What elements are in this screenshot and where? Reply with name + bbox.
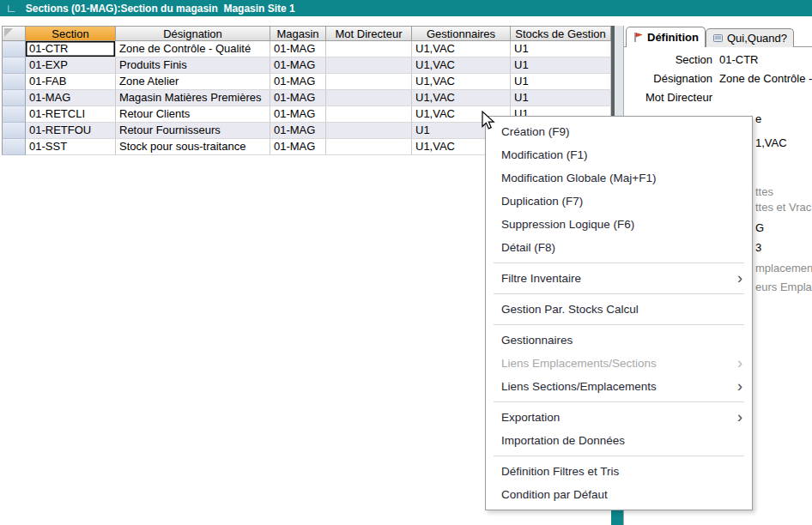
menu-item-gestionnaires[interactable]: Gestionnaires bbox=[486, 329, 752, 352]
select-all-corner[interactable] bbox=[2, 26, 26, 41]
cell-stocks[interactable]: U1 bbox=[511, 90, 611, 106]
cell-magasin[interactable]: 01-MAG bbox=[270, 139, 326, 155]
corner-triangle-icon bbox=[4, 28, 13, 37]
cell-mot-directeur[interactable] bbox=[326, 74, 412, 90]
cell-designation[interactable]: Zone de Contrôle - Qualité bbox=[116, 41, 270, 57]
column-header-gestionnaires[interactable]: Gestionnaires bbox=[412, 26, 511, 41]
row-selector[interactable] bbox=[2, 90, 26, 106]
menu-item-label: Modification (F1) bbox=[501, 148, 588, 161]
menu-item-label: Duplication (F7) bbox=[501, 195, 583, 208]
field-value-designation: Zone de Contrôle - bbox=[719, 72, 812, 85]
cell-magasin[interactable]: 01-MAG bbox=[270, 90, 326, 106]
cell-section[interactable]: 01-MAG bbox=[26, 90, 116, 106]
menu-item-label: Exportation bbox=[501, 411, 560, 424]
cell-designation[interactable]: Produits Finis bbox=[116, 57, 270, 74]
qui-quand-tab-icon bbox=[712, 33, 724, 44]
cell-designation[interactable]: Retour Clients bbox=[116, 106, 270, 123]
window-title: Sections (01-MAG):Section du magasin Mag… bbox=[26, 3, 295, 15]
definition-tab-icon bbox=[633, 32, 644, 43]
submenu-arrow-icon: › bbox=[737, 406, 742, 428]
context-menu: Création (F9) Modification (F1) Modifica… bbox=[485, 116, 753, 510]
window-title-bar[interactable]: ∟ Sections (01-MAG):Section du magasin M… bbox=[0, 0, 812, 16]
panel-text-fragment: e bbox=[755, 112, 761, 125]
cell-mot-directeur[interactable] bbox=[326, 41, 412, 57]
splitter-grip[interactable] bbox=[611, 510, 623, 525]
row-selector[interactable] bbox=[2, 74, 26, 90]
cell-designation[interactable]: Zone Atelier bbox=[116, 74, 270, 90]
cell-magasin[interactable]: 01-MAG bbox=[270, 123, 326, 139]
field-value-section: 01-CTR bbox=[719, 53, 759, 66]
table-row: 01-MAG Magasin Matières Premières 01-MAG… bbox=[2, 90, 611, 106]
cell-section[interactable]: 01-RETFOU bbox=[26, 123, 116, 139]
row-selector[interactable] bbox=[2, 41, 26, 57]
menu-item-label: Gestion Par. Stocks Calcul bbox=[501, 303, 639, 316]
cell-mot-directeur[interactable] bbox=[326, 57, 412, 74]
cell-gestionnaires[interactable]: U1,VAC bbox=[412, 74, 511, 90]
column-header-magasin[interactable]: Magasin bbox=[270, 26, 326, 41]
column-header-stocks-de-gestion[interactable]: Stocks de Gestion bbox=[511, 26, 611, 41]
menu-item-label: Condition par Défaut bbox=[501, 488, 608, 501]
menu-separator bbox=[494, 293, 744, 294]
menu-item-filtre-inventaire[interactable]: Filtre Inventaire › bbox=[486, 267, 752, 290]
app-icon: ∟ bbox=[6, 0, 17, 16]
cell-section[interactable]: 01-CTR bbox=[26, 41, 116, 57]
menu-separator bbox=[494, 401, 744, 402]
tab-definition-label: Définition bbox=[647, 31, 699, 44]
column-header-mot-directeur[interactable]: Mot Directeur bbox=[326, 26, 412, 41]
tab-definition[interactable]: Définition bbox=[626, 27, 706, 47]
panel-text-fragment: ttes et Vrac bbox=[755, 201, 811, 214]
menu-item-detail[interactable]: Détail (F8) bbox=[486, 236, 752, 259]
submenu-arrow-icon: › bbox=[737, 352, 742, 374]
cell-section[interactable]: 01-FAB bbox=[26, 74, 116, 90]
cell-stocks[interactable]: U1 bbox=[511, 41, 611, 57]
menu-item-creation[interactable]: Création (F9) bbox=[486, 120, 752, 143]
menu-item-suppression-logique[interactable]: Suppression Logique (F6) bbox=[486, 213, 752, 236]
cell-section[interactable]: 01-EXP bbox=[26, 57, 116, 74]
cell-stocks[interactable]: U1 bbox=[511, 57, 611, 74]
cell-designation[interactable]: Stock pour sous-traitance bbox=[116, 139, 270, 155]
menu-item-condition-par-defaut[interactable]: Condition par Défaut bbox=[486, 483, 752, 506]
cell-stocks[interactable]: U1 bbox=[511, 74, 611, 90]
cell-gestionnaires[interactable]: U1,VAC bbox=[412, 41, 511, 57]
menu-item-definition-filtres-et-tris[interactable]: Définition Filtres et Tris bbox=[486, 460, 752, 483]
cell-magasin[interactable]: 01-MAG bbox=[270, 74, 326, 90]
cell-magasin[interactable]: 01-MAG bbox=[270, 106, 326, 123]
menu-item-gestion-par-stocks-calcul[interactable]: Gestion Par. Stocks Calcul bbox=[486, 298, 752, 321]
menu-item-label: Importation de Données bbox=[501, 434, 625, 447]
cell-magasin[interactable]: 01-MAG bbox=[270, 41, 326, 57]
field-label-mot-directeur: Mot Directeur bbox=[645, 91, 712, 104]
cell-mot-directeur[interactable] bbox=[326, 139, 412, 155]
cell-section[interactable]: 01-SST bbox=[26, 139, 116, 155]
table-row: 01-FAB Zone Atelier 01-MAG U1,VAC U1 bbox=[2, 74, 611, 90]
cell-section[interactable]: 01-RETCLI bbox=[26, 106, 116, 123]
cell-mot-directeur[interactable] bbox=[326, 123, 412, 139]
cell-magasin[interactable]: 01-MAG bbox=[270, 57, 326, 74]
menu-item-label: Liens Emplacements/Sections bbox=[501, 357, 657, 370]
menu-item-modification[interactable]: Modification (F1) bbox=[486, 143, 752, 166]
menu-item-liens-sections-emplacements[interactable]: Liens Sections/Emplacements › bbox=[486, 375, 752, 398]
row-selector[interactable] bbox=[2, 57, 26, 74]
panel-text-fragment: G bbox=[755, 221, 764, 234]
menu-item-label: Définition Filtres et Tris bbox=[501, 465, 619, 478]
column-header-designation[interactable]: Désignation bbox=[116, 26, 270, 41]
menu-separator bbox=[494, 324, 744, 325]
cell-gestionnaires[interactable]: U1,VAC bbox=[412, 57, 511, 74]
app-window: ∟ Sections (01-MAG):Section du magasin M… bbox=[0, 0, 812, 525]
cell-designation[interactable]: Magasin Matières Premières bbox=[116, 90, 270, 106]
row-selector[interactable] bbox=[2, 106, 26, 123]
row-selector[interactable] bbox=[2, 123, 26, 139]
menu-item-modification-globale[interactable]: Modification Globale (Maj+F1) bbox=[486, 166, 752, 190]
cell-gestionnaires[interactable]: U1,VAC bbox=[412, 90, 511, 106]
submenu-arrow-icon: › bbox=[737, 375, 742, 397]
menu-item-label: Détail (F8) bbox=[501, 241, 555, 254]
tab-qui-quand[interactable]: Qui,Quand? bbox=[706, 28, 794, 47]
cell-mot-directeur[interactable] bbox=[326, 90, 412, 106]
menu-separator bbox=[494, 262, 744, 263]
column-header-section[interactable]: Section bbox=[26, 26, 116, 41]
row-selector[interactable] bbox=[2, 139, 26, 155]
cell-designation[interactable]: Retour Fournisseurs bbox=[116, 123, 270, 139]
menu-item-duplication[interactable]: Duplication (F7) bbox=[486, 190, 752, 213]
menu-item-importation-de-donnees[interactable]: Importation de Données bbox=[486, 429, 752, 452]
cell-mot-directeur[interactable] bbox=[326, 106, 412, 123]
menu-item-exportation[interactable]: Exportation › bbox=[486, 406, 752, 429]
